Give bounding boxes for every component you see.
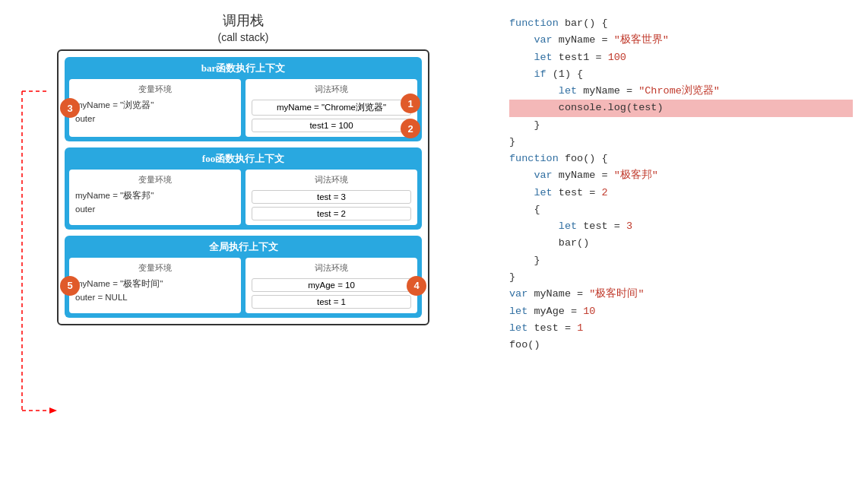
- svg-marker-2: [49, 407, 57, 414]
- keyword-function-2: function: [509, 153, 559, 164]
- badge-2: 2: [401, 119, 420, 138]
- highlighted-code: console.log(test): [509, 100, 853, 116]
- kw-let-1: let: [534, 52, 552, 63]
- global-lex-item-2: test = 1: [252, 295, 411, 309]
- foo-variable-env: 变量环境 myName = "极客邦"outer: [69, 170, 241, 225]
- code-line-10: var myName = "极客邦": [509, 167, 853, 184]
- str-2: "Chrome浏览器": [638, 85, 720, 97]
- global-context: 全局执行上下文 5 变量环境 myName = "极客时间"outer = NU…: [65, 236, 422, 318]
- code-line-2: var myName = "极客世界": [509, 32, 853, 49]
- code-line-17: var myName = "极客时间": [509, 286, 853, 303]
- code-panel: function bar() { var myName = "极客世界" let…: [486, 8, 868, 361]
- code-line-16: }: [509, 269, 853, 286]
- call-stack-panel: 调用栈 (call stack) bar函数执行上下文 3 变量环境: [0, 8, 486, 325]
- badge-3: 3: [60, 98, 80, 118]
- global-lexical-env: 词法环境 myAge = 10 test = 1 4: [246, 258, 417, 313]
- code-line-4: if (1) {: [509, 66, 853, 83]
- code-block: function bar() { var myName = "极客世界" let…: [509, 15, 853, 354]
- bar-lex-label: 词法环境: [252, 84, 411, 95]
- arrow-lines: [14, 49, 57, 452]
- bar-context-title: bar函数执行上下文: [69, 62, 417, 75]
- bar-lex-item-2: test1 = 100: [252, 119, 411, 132]
- kw-let-4: let: [559, 220, 577, 232]
- global-variable-env: 5 变量环境 myName = "极客时间"outer = NULL: [69, 258, 241, 313]
- global-var-label: 变量环境: [75, 262, 235, 274]
- badge-4: 4: [407, 276, 426, 296]
- code-line-12: {: [509, 201, 853, 218]
- num-2: 2: [602, 187, 608, 198]
- code-line-7: }: [509, 117, 853, 134]
- global-lex-item-1: myAge = 10: [252, 278, 411, 292]
- foo-lex-label: 词法环境: [252, 174, 411, 186]
- code-line-19: let test = 1: [509, 320, 853, 337]
- foo-context: foo函数执行上下文 变量环境 myName = "极客邦"outer 词法环境…: [65, 147, 422, 230]
- bar-lexical-env: 词法环境 myName = "Chrome浏览器" 1 test1 = 100 …: [246, 79, 417, 137]
- code-line-5: let myName = "Chrome浏览器": [509, 83, 853, 100]
- code-line-13: let test = 3: [509, 218, 853, 235]
- code-line-1: function bar() {: [509, 15, 853, 32]
- bar-var-content: myName = "浏览器"outer: [75, 98, 235, 126]
- foo-var-label: 变量环境: [75, 174, 235, 186]
- kw-var-1: var: [534, 34, 552, 46]
- global-lex-label: 词法环境: [252, 262, 411, 274]
- kw-var-3: var: [509, 288, 527, 300]
- bar-lex-item-1: myName = "Chrome浏览器": [252, 100, 411, 116]
- kw-let-3: let: [534, 187, 552, 198]
- code-line-20: foo(): [509, 337, 853, 354]
- code-line-3: let test1 = 100: [509, 49, 853, 66]
- num-5: 1: [577, 322, 583, 334]
- call-stack-container: bar函数执行上下文 3 变量环境 myName = "浏览器"outer 词法…: [57, 49, 429, 325]
- kw-if: if: [534, 68, 546, 80]
- num-3: 3: [626, 220, 632, 232]
- foo-var-content: myName = "极客邦"outer: [75, 189, 235, 217]
- code-line-6: console.log(test): [509, 100, 853, 116]
- code-line-15: }: [509, 252, 853, 269]
- bar-variable-env: 3 变量环境 myName = "浏览器"outer: [69, 79, 241, 137]
- code-line-9: function foo() {: [509, 151, 853, 167]
- kw-let-5: let: [509, 306, 527, 317]
- foo-context-title: foo函数执行上下文: [69, 152, 417, 166]
- keyword-function: function: [509, 17, 559, 29]
- global-var-content: myName = "极客时间"outer = NULL: [75, 277, 235, 305]
- foo-lex-item-2: test = 2: [252, 207, 411, 220]
- bar-context: bar函数执行上下文 3 变量环境 myName = "浏览器"outer 词法…: [65, 57, 422, 141]
- code-line-8: }: [509, 134, 853, 151]
- str-4: "极客时间": [589, 288, 644, 300]
- title-en: (call stack): [218, 31, 269, 43]
- str-1: "极客世界": [614, 34, 669, 46]
- code-line-18: let myAge = 10: [509, 303, 853, 320]
- bar-var-label: 变量环境: [75, 84, 235, 95]
- kw-var-2: var: [534, 170, 552, 181]
- str-3: "极客邦": [614, 170, 658, 181]
- num-1: 100: [608, 52, 626, 63]
- global-context-title: 全局执行上下文: [69, 240, 417, 254]
- badge-5: 5: [60, 276, 80, 296]
- code-line-11: let test = 2: [509, 185, 853, 201]
- title-zh: 调用栈: [223, 11, 264, 30]
- num-4: 10: [583, 306, 595, 317]
- badge-1: 1: [401, 94, 420, 113]
- foo-lexical-env: 词法环境 test = 3 test = 2: [246, 170, 417, 225]
- code-line-14: bar(): [509, 235, 853, 252]
- foo-lex-item-1: test = 3: [252, 190, 411, 204]
- kw-let-2: let: [559, 85, 577, 97]
- kw-let-6: let: [509, 322, 527, 334]
